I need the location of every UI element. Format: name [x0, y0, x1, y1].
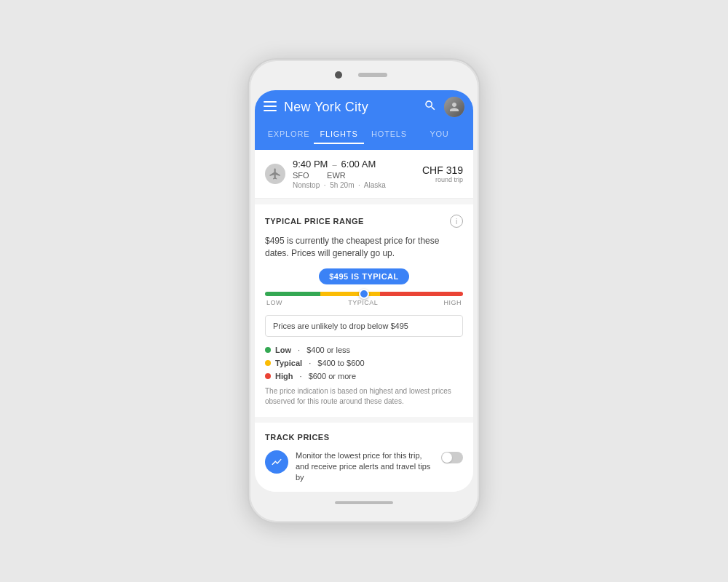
price-range-description: $495 is currently the cheapest price for… — [265, 235, 463, 260]
price-bar — [265, 292, 463, 296]
flight-card[interactable]: 9:40 PM – 6:00 AM SFO EWR Nonstop · 5h 2… — [255, 150, 473, 199]
track-description: Monitor the lowest price for this trip, … — [296, 450, 434, 484]
track-toggle[interactable] — [441, 452, 463, 463]
flight-times: 9:40 PM – 6:00 AM SFO EWR Nonstop · 5h 2… — [293, 159, 415, 189]
depart-time: 9:40 PM — [293, 159, 328, 170]
phone-camera — [335, 71, 342, 79]
track-icon — [265, 450, 288, 474]
price-marker — [359, 289, 369, 299]
price-legend: Low · $400 or less Typical · $400 to $60… — [265, 346, 463, 380]
tab-explore[interactable]: EXPLORE — [264, 129, 314, 144]
typical-dot — [265, 360, 271, 366]
from-airport: SFO — [293, 171, 309, 180]
price-range-section: TYPICAL PRICE RANGE i $495 is currently … — [255, 204, 473, 417]
tab-hotels[interactable]: HOTELS — [364, 129, 414, 144]
avatar-image — [444, 97, 464, 117]
page-title: New York City — [284, 100, 416, 115]
flight-price: CHF 319 — [422, 164, 463, 176]
svg-rect-2 — [264, 110, 277, 111]
search-icon[interactable] — [424, 99, 437, 116]
price-bar-labels: LOW TYPICAL HIGH — [265, 299, 463, 306]
flight-details: Nonstop · 5h 20m · Alaska — [293, 181, 415, 189]
toggle-knob — [442, 453, 452, 463]
price-column: CHF 319 round trip — [422, 164, 463, 183]
typical-badge-row: $495 IS TYPICAL — [265, 268, 463, 284]
legend-high: High · $600 or more — [265, 372, 463, 380]
airports-row: SFO EWR — [293, 171, 415, 180]
legend-low: Low · $400 or less — [265, 346, 463, 354]
phone-frame: New York City EXPLORE — [248, 58, 480, 524]
typical-label: TYPICAL — [348, 299, 378, 306]
phone-bottom — [335, 492, 393, 514]
svg-rect-0 — [264, 101, 277, 103]
phone-screen: New York City EXPLORE — [255, 90, 473, 492]
home-indicator — [335, 501, 393, 504]
track-content: Monitor the lowest price for this trip, … — [265, 450, 463, 484]
tab-flights[interactable]: FLIGHTS — [314, 129, 364, 144]
high-dot — [265, 373, 271, 379]
track-prices-section: TRACK PRICES Monitor the lowest price fo… — [255, 423, 473, 492]
top-bar: New York City EXPLORE — [255, 90, 473, 150]
avatar[interactable] — [444, 97, 464, 117]
main-content: 9:40 PM – 6:00 AM SFO EWR Nonstop · 5h 2… — [255, 150, 473, 492]
low-dot — [265, 347, 271, 353]
track-prices-title: TRACK PRICES — [265, 433, 463, 442]
tab-you[interactable]: YOU — [414, 129, 464, 144]
arrive-time: 6:00 AM — [341, 159, 376, 170]
to-airport: EWR — [327, 171, 346, 180]
svg-rect-1 — [264, 105, 277, 107]
info-icon[interactable]: i — [450, 215, 463, 228]
price-range-title: TYPICAL PRICE RANGE — [265, 217, 364, 226]
low-label: LOW — [266, 299, 282, 306]
price-bar-container: LOW TYPICAL HIGH — [265, 292, 463, 306]
tab-bar: EXPLORE FLIGHTS HOTELS YOU — [264, 124, 464, 150]
high-label: HIGH — [444, 299, 462, 306]
trip-type: round trip — [422, 176, 463, 183]
airline-logo — [265, 164, 285, 184]
unlikely-drop-box: Prices are unlikely to drop below $495 — [265, 315, 463, 337]
typical-badge: $495 IS TYPICAL — [319, 268, 409, 284]
legend-typical: Typical · $400 to $600 — [265, 359, 463, 367]
menu-icon[interactable] — [264, 100, 277, 115]
price-footnote: The price indication is based on highest… — [265, 386, 463, 407]
phone-speaker — [358, 73, 387, 77]
